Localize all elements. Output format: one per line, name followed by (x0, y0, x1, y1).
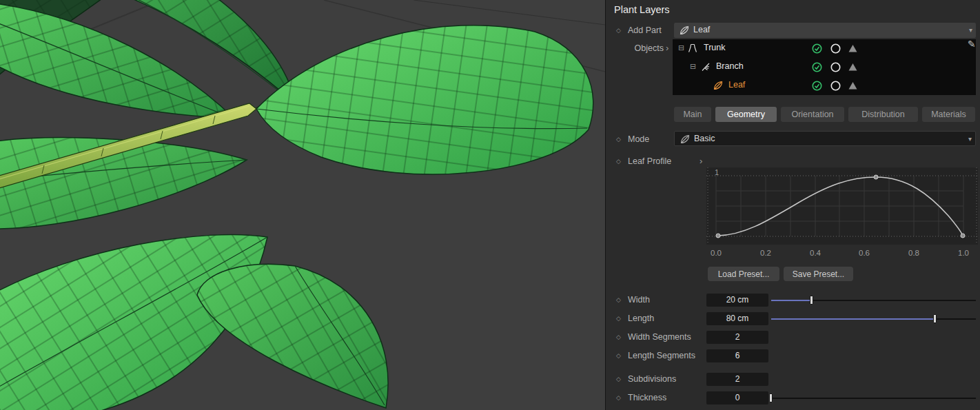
curve-editor[interactable]: 1 (706, 167, 978, 245)
chevron-right-icon[interactable]: › (700, 156, 702, 165)
visibility-circle-icon[interactable] (830, 43, 841, 54)
x-tick: 1.0 (958, 249, 969, 257)
width-label: Width (628, 295, 650, 305)
chevron-down-icon[interactable]: ▾ (969, 26, 972, 34)
leaf-profile-label: Leaf Profile (628, 156, 671, 166)
objects-label: Objects (606, 43, 664, 53)
collapse-icon[interactable]: ⊟ (690, 62, 696, 71)
length-label: Length (628, 314, 654, 323)
slider-handle[interactable] (933, 314, 937, 323)
solo-triangle-icon[interactable] (848, 62, 858, 72)
subdivisions-field[interactable]: 2 (706, 373, 768, 386)
enabled-check-icon[interactable] (812, 62, 822, 72)
keyframe-diamond[interactable]: ◇ (616, 158, 621, 165)
add-part-value: Leaf (693, 25, 710, 34)
slider-handle[interactable] (769, 393, 773, 402)
tab-materials[interactable]: Materials (922, 107, 975, 122)
keyframe-diamond[interactable]: ◇ (616, 352, 621, 359)
param-row-width-segments: ◇ Width Segments 2 (606, 331, 980, 345)
enabled-check-icon[interactable] (812, 81, 822, 91)
mode-dropdown[interactable]: Basic ▾ (674, 131, 976, 146)
param-row-length: ◇ Length 80 cm (606, 312, 980, 326)
length-segments-field[interactable]: 6 (706, 349, 768, 362)
slider-handle[interactable] (810, 296, 813, 305)
keyframe-diamond[interactable]: ◇ (616, 334, 621, 340)
tab-distribution[interactable]: Distribution (848, 107, 918, 122)
leaf-icon (680, 25, 689, 35)
curve-point-start[interactable] (716, 234, 720, 238)
plant-render (0, 0, 605, 410)
plant-layers-panel: Plant Layers ◇ Add Part Leaf ▾ Objects ›… (605, 0, 980, 410)
curve-point-end[interactable] (961, 234, 965, 238)
keyframe-diamond[interactable]: ◇ (616, 315, 621, 322)
solo-triangle-icon[interactable] (848, 43, 858, 54)
application-window: Plant Layers ◇ Add Part Leaf ▾ Objects ›… (0, 0, 980, 410)
load-preset-button[interactable]: Load Preset... (708, 267, 779, 281)
width-slider[interactable] (771, 294, 976, 307)
length-field[interactable]: 80 cm (706, 312, 768, 325)
thickness-field[interactable]: 0 (706, 391, 768, 404)
tree-row-branch[interactable]: ⊟ Branch (673, 58, 976, 76)
param-row-length-segments: ◇ Length Segments 6 (606, 349, 980, 363)
param-row-subdivisions: ◇ Subdivisions 2 (606, 373, 980, 387)
x-tick: 0.6 (859, 249, 870, 257)
leaf-icon (713, 81, 723, 90)
keyframe-diamond[interactable]: ◇ (616, 376, 621, 382)
x-tick: 0.4 (810, 249, 821, 257)
subdivisions-label: Subdivisions (628, 374, 676, 384)
width-segments-label: Width Segments (628, 332, 691, 342)
param-row-thickness: ◇ Thickness 0 (606, 391, 980, 405)
tree-item-label[interactable]: Trunk (704, 43, 726, 52)
tree-item-label[interactable]: Branch (716, 61, 744, 71)
tab-geometry[interactable]: Geometry (715, 107, 777, 122)
tree-row-trunk[interactable]: ⊟ Trunk (673, 39, 976, 58)
tab-main[interactable]: Main (674, 107, 711, 122)
keyframe-diamond[interactable]: ◇ (616, 394, 621, 401)
keyframe-diamond[interactable]: ◇ (616, 136, 621, 143)
curve-point-peak[interactable] (874, 175, 878, 179)
pencil-icon[interactable]: ✎ (968, 39, 976, 50)
length-segments-label: Length Segments (628, 351, 695, 360)
slider-fill (771, 318, 935, 320)
collapse-icon[interactable]: ⊟ (678, 43, 684, 52)
width-field[interactable]: 20 cm (706, 294, 768, 307)
add-part-dropdown[interactable]: Leaf ▾ (674, 23, 976, 38)
thickness-slider[interactable] (771, 391, 976, 404)
x-tick: 0.8 (908, 249, 919, 257)
mode-label: Mode (628, 134, 649, 144)
y-max-label: 1 (715, 168, 719, 176)
enabled-check-icon[interactable] (812, 43, 822, 54)
length-slider[interactable] (771, 312, 976, 325)
trunk-icon (688, 43, 697, 53)
slider-fill (771, 300, 812, 301)
mode-value: Basic (694, 134, 715, 143)
keyframe-diamond[interactable]: ◇ (616, 27, 621, 34)
branch-icon (701, 62, 711, 72)
x-tick: 0.0 (711, 249, 722, 257)
slider-track[interactable] (771, 398, 976, 399)
tab-bar: Main Geometry Orientation Distribution M… (674, 107, 975, 122)
x-tick: 0.2 (760, 249, 771, 257)
profile-curve (706, 167, 978, 245)
visibility-circle-icon[interactable] (830, 62, 841, 72)
chevron-right-icon[interactable]: › (666, 43, 668, 52)
tab-orientation[interactable]: Orientation (781, 107, 844, 122)
visibility-circle-icon[interactable] (830, 81, 841, 91)
param-row-width: ◇ Width 20 cm (606, 294, 980, 307)
width-segments-field[interactable]: 2 (706, 331, 768, 344)
thickness-label: Thickness (628, 393, 666, 402)
tree-row-leaf[interactable]: Leaf (673, 76, 976, 95)
panel-title: Plant Layers (614, 4, 670, 15)
keyframe-diamond[interactable]: ◇ (616, 296, 621, 303)
solo-triangle-icon[interactable] (848, 81, 858, 91)
save-preset-button[interactable]: Save Preset... (784, 267, 853, 281)
add-part-label: Add Part (628, 25, 662, 35)
chevron-down-icon[interactable]: ▾ (968, 135, 972, 143)
leaf-icon (680, 134, 690, 144)
viewport-3d[interactable] (0, 0, 605, 410)
tree-item-label[interactable]: Leaf (728, 80, 745, 90)
object-tree: ⊟ Trunk ⊟ (673, 39, 976, 95)
